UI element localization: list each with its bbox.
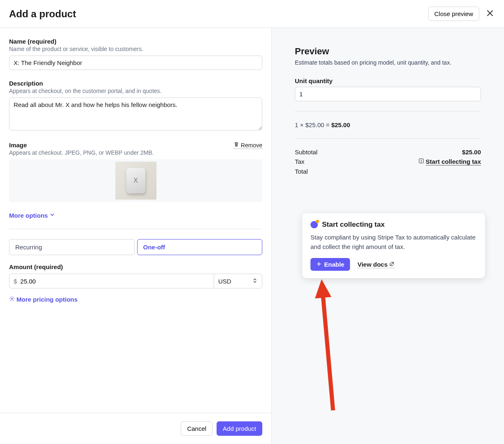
more-pricing-options-link[interactable]: More pricing options (9, 296, 77, 303)
calculation-line: 1 × $25.00 = $25.00 (295, 121, 481, 128)
view-docs-link[interactable]: View docs (357, 261, 394, 268)
tax-row: Tax Start collecting tax (295, 158, 481, 165)
close-preview-button[interactable]: Close preview (428, 7, 479, 21)
unit-quantity-label: Unit quantity (295, 77, 481, 84)
close-icon[interactable] (486, 9, 494, 19)
image-field-group: Image Remove Appears at checkout. JPEG, … (9, 142, 262, 202)
description-label: Description (9, 80, 262, 87)
enable-label: Enable (324, 261, 344, 268)
image-helper: Appears at checkout. JPEG, PNG, or WEBP … (9, 149, 262, 156)
remove-image-label: Remove (241, 142, 262, 149)
tax-bag-icon (310, 221, 318, 228)
description-textarea[interactable] (9, 98, 262, 130)
chevron-updown-icon (252, 278, 258, 285)
page-title: Add a product (9, 8, 76, 20)
image-label: Image (9, 142, 27, 149)
amount-input[interactable] (20, 278, 210, 285)
start-collecting-tax-link[interactable]: Start collecting tax (426, 158, 481, 165)
form-panel: Name (required) Name of the product or s… (0, 28, 272, 444)
form-footer: Cancel Add product (0, 413, 271, 444)
amount-input-wrap[interactable]: $ (9, 274, 214, 288)
info-icon (418, 158, 426, 165)
name-label: Name (required) (9, 38, 262, 45)
cancel-button[interactable]: Cancel (181, 421, 212, 436)
more-pricing-label: More pricing options (16, 296, 77, 303)
currency-label: USD (218, 278, 231, 285)
calc-total: $25.00 (331, 121, 350, 128)
pricing-type-segmented: Recurring One-off (9, 239, 262, 255)
description-field-group: Description Appears at checkout, on the … (9, 80, 262, 132)
preview-title: Preview (295, 46, 481, 57)
name-field-group: Name (required) Name of the product or s… (9, 38, 262, 70)
enable-button[interactable]: Enable (310, 258, 350, 271)
name-helper: Name of the product or service, visible … (9, 46, 262, 52)
subtotal-row: Subtotal $25.00 (295, 149, 481, 156)
subtotal-value: $25.00 (462, 149, 481, 156)
tax-tooltip-card: Start collecting tax Stay compliant by u… (302, 213, 485, 278)
segment-one-off[interactable]: One-off (137, 239, 263, 255)
preview-helper: Estimate totals based on pricing model, … (295, 59, 481, 66)
chevron-down-icon (49, 212, 55, 219)
currency-symbol: $ (14, 278, 17, 285)
subtotal-label: Subtotal (295, 149, 317, 156)
annotation-arrow (307, 278, 348, 413)
more-options-link[interactable]: More options (9, 212, 55, 219)
description-helper: Appears at checkout, on the customer por… (9, 88, 262, 94)
more-options-label: More options (9, 212, 48, 219)
header: Add a product Close preview (0, 0, 504, 28)
image-preview[interactable]: X (9, 159, 262, 202)
unit-quantity-input[interactable] (295, 87, 481, 101)
total-label: Total (295, 168, 308, 175)
name-input[interactable] (9, 56, 262, 70)
tax-label: Tax (295, 158, 304, 165)
header-actions: Close preview (428, 7, 494, 21)
preview-panel: Preview Estimate totals based on pricing… (272, 28, 504, 444)
calc-prefix: 1 × $25.00 = (295, 121, 331, 128)
external-link-icon (389, 261, 394, 268)
total-row: Total (295, 168, 481, 175)
trash-icon (233, 142, 239, 149)
currency-select[interactable]: USD (214, 274, 262, 288)
amount-field-group: Amount (required) $ USD (9, 263, 262, 288)
gear-icon (9, 296, 15, 303)
segment-recurring[interactable]: Recurring (9, 239, 135, 255)
tooltip-body: Stay compliant by using Stripe Tax to au… (310, 233, 477, 251)
remove-image-link[interactable]: Remove (233, 142, 262, 149)
view-docs-label: View docs (357, 261, 387, 268)
add-product-button[interactable]: Add product (217, 421, 262, 436)
tooltip-title: Start collecting tax (322, 221, 385, 229)
plus-icon (316, 261, 322, 268)
svg-point-0 (11, 298, 13, 300)
amount-label: Amount (required) (9, 263, 262, 270)
product-image: X (115, 162, 156, 200)
